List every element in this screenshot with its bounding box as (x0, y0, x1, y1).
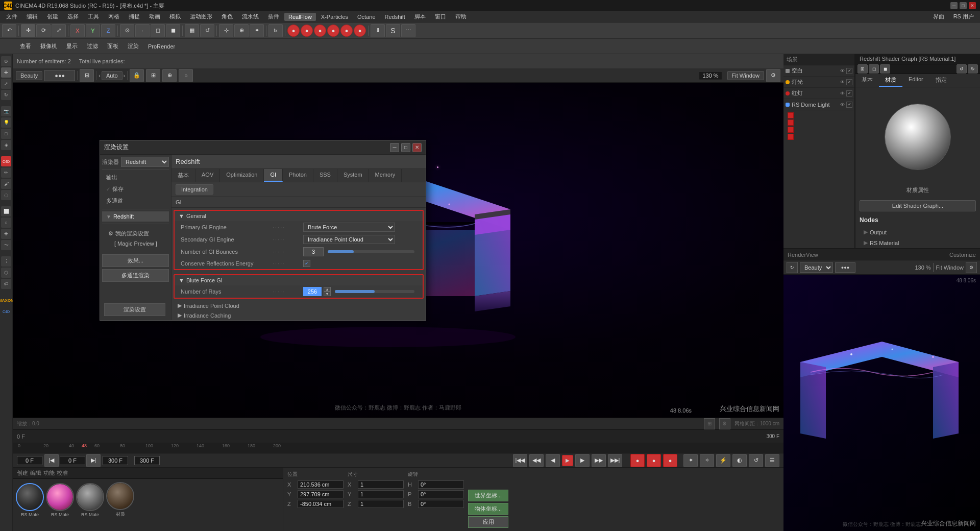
sidebar-icon-c4d[interactable]: C4D (1, 156, 11, 166)
rs-node-output[interactable]: ▶ Output (855, 227, 980, 237)
effect-btn[interactable]: 效果... (102, 254, 169, 267)
menu-interface[interactable]: 界面 (929, 12, 948, 21)
transport-loop[interactable]: ↺ (749, 454, 763, 467)
toolbar-local[interactable]: ✦ (250, 24, 264, 37)
nav-output[interactable]: 输出 (102, 172, 169, 183)
frame-input-current[interactable]: 0 F (60, 456, 85, 465)
submenu-filter[interactable]: 过滤 (83, 41, 102, 51)
general-section-header[interactable]: ▼ General (175, 211, 423, 221)
view-lights-btn[interactable]: ⊕ (162, 69, 177, 82)
sidebar-icon-light[interactable]: 💡 (1, 117, 11, 128)
sidebar-icon-obj[interactable]: □ (1, 129, 11, 139)
primary-gi-select[interactable]: Brute Force (303, 223, 395, 232)
mat-header-edit[interactable]: 编辑 (30, 469, 41, 477)
transport-step-back[interactable]: ◀ (546, 454, 560, 467)
submenu-prorender[interactable]: ProRender (144, 42, 179, 51)
integration-btn[interactable]: Integration (176, 184, 213, 195)
toolbar-move[interactable]: ✛ (21, 24, 35, 37)
menu-mesh[interactable]: 网格 (104, 12, 124, 21)
toolbar-red2[interactable]: ● (301, 25, 313, 37)
view-shading-btn[interactable]: ○ (179, 69, 193, 82)
toolbar-red3[interactable]: ● (314, 25, 326, 37)
transport-fps[interactable]: ◐ (732, 454, 747, 467)
sidebar-icon-mat[interactable]: ◈ (1, 140, 11, 150)
nav-multichannel[interactable]: 多通道 (102, 195, 169, 207)
bruteforce-header[interactable]: ▼ Blute Force GI (175, 275, 423, 285)
menu-xparticles[interactable]: X-Particles (317, 13, 352, 21)
viewport-settings-btn[interactable]: ⚙ (719, 418, 730, 429)
menu-character[interactable]: 角色 (217, 12, 237, 21)
rv-image-area[interactable]: 微信公众号：野鹿志 微博：野鹿志 兴业综合信息新闻网 48 8.06s (783, 275, 980, 531)
rs-toolbar-btn4[interactable]: ↺ (957, 64, 967, 74)
redlight-eye[interactable]: 👁 (839, 90, 845, 96)
rs-toolbar-btn1[interactable]: ⊞ (857, 64, 868, 74)
submenu-display[interactable]: 显示 (62, 41, 82, 51)
toolbar-y[interactable]: Y (86, 24, 100, 37)
pos-z-input[interactable] (298, 500, 344, 508)
toolbar-loop[interactable]: ↺ (200, 24, 214, 37)
mat-header-calibrate[interactable]: 校准 (57, 469, 68, 477)
scene-blank[interactable]: 空白 👁 ✓ (783, 65, 854, 77)
menu-edit[interactable]: 编辑 (22, 12, 42, 21)
mat-header-create[interactable]: 创建 (17, 469, 28, 477)
rs-tab-assign[interactable]: 指定 (929, 74, 953, 87)
world-coords-btn[interactable]: 世界坐标... (468, 490, 508, 501)
light-check[interactable]: ✓ (846, 79, 852, 85)
sidebar-icon-sculpt[interactable]: ◌ (1, 190, 11, 200)
frame-display-start[interactable]: 0 F (17, 456, 42, 465)
transport-record2[interactable]: ● (647, 454, 661, 467)
dialog-maximize[interactable]: □ (401, 143, 410, 152)
submenu-view[interactable]: 查看 (16, 41, 35, 51)
menu-file[interactable]: 文件 (2, 12, 21, 21)
rays-up-btn[interactable]: ▲ (324, 287, 331, 292)
transport-next-frame[interactable]: ▶▶ (592, 454, 606, 467)
menu-pipeline[interactable]: 流水线 (238, 12, 263, 21)
menu-simulate[interactable]: 模拟 (165, 12, 185, 21)
transport-next-marker[interactable]: ▶| (86, 454, 101, 467)
mat-header-fn[interactable]: 功能 (43, 469, 55, 477)
dialog-close[interactable]: ✕ (412, 143, 422, 152)
sidebar-icon-select[interactable]: ⊙ (1, 56, 11, 66)
conserve-checkbox[interactable]: ✓ (303, 260, 310, 267)
dome-eye[interactable]: 👁 (839, 102, 845, 108)
obj-coords-btn[interactable]: 物体坐标... (468, 503, 508, 515)
menu-help[interactable]: 帮助 (451, 12, 471, 21)
scene-light[interactable]: 灯光 👁 ✓ (783, 77, 854, 88)
sidebar-icon-brush[interactable]: ✏ (1, 167, 11, 178)
nav-redshift[interactable]: ▼ Redshift (102, 211, 169, 222)
transport-play[interactable]: ▶ (562, 455, 573, 466)
scene-rs-dome[interactable]: RS Dome Light 👁 ✓ (783, 99, 854, 110)
size-x-input[interactable] (358, 480, 404, 489)
toolbar-undo[interactable]: ↶ (2, 24, 16, 37)
sidebar-icon-tag[interactable]: 🏷 (1, 279, 11, 289)
transport-keyframe-del[interactable]: ✧ (700, 454, 714, 467)
view-settings-btn[interactable]: ⚙ (766, 69, 780, 82)
frame-display-end2[interactable]: 300 F (134, 456, 160, 465)
transport-keyframe-add[interactable]: ✦ (683, 454, 698, 467)
multichannel-btn[interactable]: 多通道渲染 (102, 269, 169, 282)
rs-toolbar-btn3[interactable]: ◼ (880, 64, 890, 74)
toolbar-select-all[interactable]: ▦ (185, 24, 199, 37)
toolbar-world[interactable]: ⊕ (234, 24, 249, 37)
toolbar-object[interactable]: ⊙ (120, 24, 134, 37)
nav-save[interactable]: ✓ 保存 (102, 183, 169, 195)
view-lock-btn[interactable]: 🔒 (130, 69, 144, 82)
light-eye[interactable]: 👁 (839, 79, 845, 85)
toolbar-x[interactable]: X (70, 24, 85, 37)
menu-snap[interactable]: 捕捉 (125, 12, 144, 21)
transport-record[interactable]: ● (630, 454, 645, 467)
auto-btn[interactable]: Auto (102, 71, 122, 80)
menu-octane[interactable]: Octane (353, 13, 379, 21)
close-button[interactable]: ✕ (969, 2, 976, 9)
sidebar-icon-cloner[interactable]: ⋮ (1, 256, 11, 267)
menu-script[interactable]: 脚本 (410, 12, 430, 21)
render-settings-apply-btn[interactable]: 渲染设置 (104, 303, 165, 316)
sidebar-icon-rotate[interactable]: ↻ (1, 90, 11, 100)
minimize-button[interactable]: ─ (950, 2, 958, 9)
menu-animate[interactable]: 动画 (145, 12, 164, 21)
toolbar-more[interactable]: ⋯ (401, 24, 415, 37)
toolbar-fx[interactable]: fx (268, 24, 283, 37)
transport-record3[interactable]: ● (663, 454, 677, 467)
fit-window-btn[interactable]: Fit Window (727, 71, 764, 80)
toolbar-edges[interactable]: ◻ (151, 24, 165, 37)
